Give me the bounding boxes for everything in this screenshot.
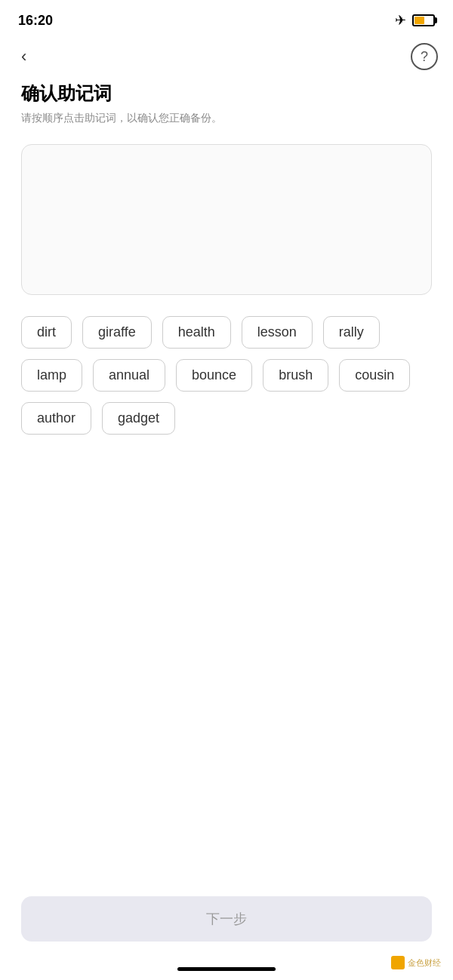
status-time: 16:20 [18,13,53,29]
word-chip[interactable]: lamp [21,359,82,392]
watermark-text: 金色财经 [408,957,441,969]
word-chip[interactable]: author [21,402,91,435]
word-chip[interactable]: annual [93,359,165,392]
word-chip[interactable]: rally [323,316,380,349]
word-chip[interactable]: cousin [339,359,410,392]
status-icons: ✈ [395,12,435,29]
status-bar: 16:20 ✈ [0,0,453,38]
word-chip[interactable]: gadget [102,402,175,435]
battery-fill [414,17,424,24]
mnemonic-display-area [21,144,432,295]
home-indicator [177,967,276,971]
word-chip[interactable]: dirt [21,316,72,349]
word-chip[interactable]: giraffe [82,316,152,349]
bottom-bar [0,964,453,980]
word-chip[interactable]: lesson [242,316,313,349]
back-button[interactable]: ‹ [15,44,32,69]
next-button-wrap: 下一步 [0,884,453,964]
watermark-icon [391,956,405,969]
next-button[interactable]: 下一步 [21,896,432,942]
word-chip[interactable]: health [162,316,231,349]
word-chip[interactable]: bounce [176,359,252,392]
nav-bar: ‹ ? [0,38,453,75]
page-title: 确认助记词 [21,81,432,106]
help-button[interactable]: ? [411,43,438,70]
watermark: 金色财经 [391,956,441,969]
word-chip[interactable]: brush [263,359,328,392]
word-grid: dirtgiraffehealthlessonrallylampannualbo… [15,310,438,441]
page-subtitle: 请按顺序点击助记词，以确认您正确备份。 [21,110,432,126]
page-header: 确认助记词 请按顺序点击助记词，以确认您正确备份。 [0,75,453,138]
airplane-icon: ✈ [395,12,406,29]
bottom-center [15,967,438,971]
battery-icon [412,14,435,26]
